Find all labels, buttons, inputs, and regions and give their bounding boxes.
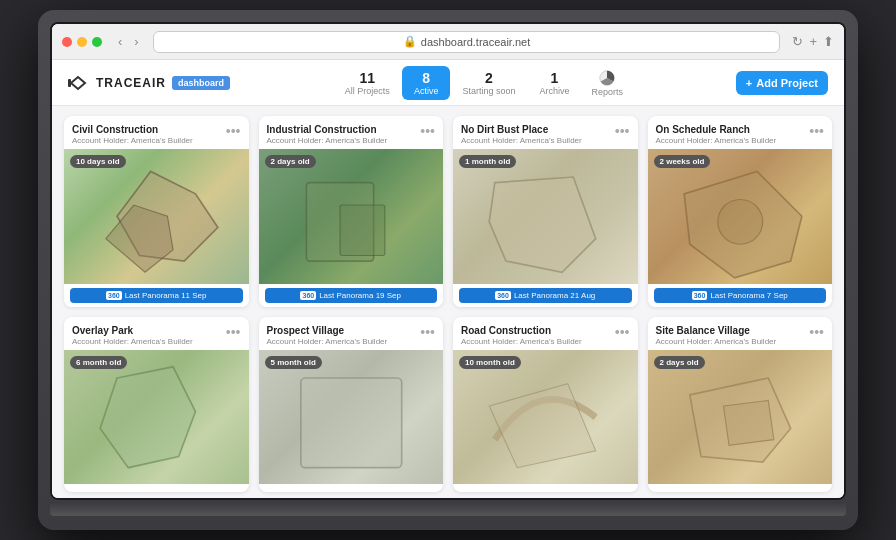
- tab-reports[interactable]: Reports: [581, 65, 633, 101]
- nav-forward-button[interactable]: ›: [130, 32, 142, 51]
- card-header-schedule: On Schedule Ranch Account Holder: Americ…: [648, 116, 833, 149]
- project-card-schedule[interactable]: On Schedule Ranch Account Holder: Americ…: [648, 116, 833, 307]
- tab-active[interactable]: 8 Active: [402, 66, 451, 100]
- share-button[interactable]: ⬆: [823, 34, 834, 49]
- laptop-base: [50, 502, 846, 516]
- card-image-prospect: 5 month old: [259, 350, 444, 485]
- card-age-badge-road: 10 month old: [459, 356, 521, 369]
- tab-starting-soon[interactable]: 2 Starting soon: [450, 66, 527, 100]
- card-title-sitebalance: Site Balance Village: [656, 325, 777, 337]
- card-footer-nodirt: 360 Last Panorama 21 Aug: [453, 284, 638, 307]
- map-svg-nodirt: [453, 149, 638, 284]
- card-footer-empty-overlay: [64, 484, 249, 492]
- card-title-road: Road Construction: [461, 325, 582, 337]
- card-image-schedule: 2 weeks old: [648, 149, 833, 284]
- card-menu-road[interactable]: •••: [615, 325, 630, 339]
- card-menu-nodirt[interactable]: •••: [615, 124, 630, 138]
- card-image-road: 10 month old: [453, 350, 638, 485]
- card-subtitle-road: Account Holder: America's Builder: [461, 337, 582, 346]
- panorama-label-civil: Last Panorama 11 Sep: [125, 291, 207, 300]
- card-menu-civil[interactable]: •••: [226, 124, 241, 138]
- logo-text: TRACEAIR: [96, 76, 166, 90]
- card-age-badge-prospect: 5 month old: [265, 356, 322, 369]
- lock-icon: 🔒: [403, 35, 417, 48]
- panorama-button-nodirt[interactable]: 360 Last Panorama 21 Aug: [459, 288, 632, 303]
- card-title-prospect: Prospect Village: [267, 325, 388, 337]
- card-image-nodirt: 1 month old: [453, 149, 638, 284]
- card-age-badge-sitebalance: 2 days old: [654, 356, 705, 369]
- svg-marker-4: [106, 205, 173, 272]
- new-tab-button[interactable]: +: [809, 34, 817, 49]
- active-count: 8: [422, 70, 430, 86]
- project-card-civil[interactable]: Civil Construction Account Holder: Ameri…: [64, 116, 249, 307]
- url-text: dashboard.traceair.net: [421, 36, 530, 48]
- card-title-civil: Civil Construction: [72, 124, 193, 136]
- project-card-road[interactable]: Road Construction Account Holder: Americ…: [453, 317, 638, 493]
- 360-badge-civil: 360: [106, 291, 122, 300]
- panorama-button-schedule[interactable]: 360 Last Panorama 7 Sep: [654, 288, 827, 303]
- project-card-overlay[interactable]: Overlay Park Account Holder: America's B…: [64, 317, 249, 493]
- 360-badge-nodirt: 360: [495, 291, 511, 300]
- card-header-overlay: Overlay Park Account Holder: America's B…: [64, 317, 249, 350]
- nav-back-button[interactable]: ‹: [114, 32, 126, 51]
- card-title-industrial: Industrial Construction: [267, 124, 388, 136]
- project-card-sitebalance[interactable]: Site Balance Village Account Holder: Ame…: [648, 317, 833, 493]
- card-menu-industrial[interactable]: •••: [420, 124, 435, 138]
- map-svg-overlay: [64, 350, 249, 485]
- app-content: TRACEAIR dashboard 11 All Projects 8 Act…: [52, 60, 844, 500]
- card-menu-overlay[interactable]: •••: [226, 325, 241, 339]
- project-card-prospect[interactable]: Prospect Village Account Holder: America…: [259, 317, 444, 493]
- card-subtitle-overlay: Account Holder: America's Builder: [72, 337, 193, 346]
- traffic-light-green[interactable]: [92, 37, 102, 47]
- svg-marker-12: [489, 383, 595, 467]
- card-image-civil: 10 days old: [64, 149, 249, 284]
- card-age-badge-industrial: 2 days old: [265, 155, 316, 168]
- map-svg-industrial: [259, 149, 444, 284]
- card-header-road: Road Construction Account Holder: Americ…: [453, 317, 638, 350]
- reports-pie-icon: [598, 69, 616, 87]
- add-icon: +: [746, 77, 752, 89]
- card-image-industrial: 2 days old: [259, 149, 444, 284]
- tab-archive[interactable]: 1 Archive: [527, 66, 581, 100]
- card-header-prospect: Prospect Village Account Holder: America…: [259, 317, 444, 350]
- traffic-light-yellow[interactable]: [77, 37, 87, 47]
- card-age-badge-schedule: 2 weeks old: [654, 155, 711, 168]
- browser-nav: ‹ ›: [114, 32, 143, 51]
- card-menu-schedule[interactable]: •••: [809, 124, 824, 138]
- address-bar[interactable]: 🔒 dashboard.traceair.net: [153, 31, 781, 53]
- svg-marker-1: [71, 77, 85, 89]
- map-svg-civil: [64, 149, 249, 284]
- add-project-button[interactable]: + Add Project: [736, 71, 828, 95]
- card-menu-prospect[interactable]: •••: [420, 325, 435, 339]
- panorama-button-civil[interactable]: 360 Last Panorama 11 Sep: [70, 288, 243, 303]
- laptop-screen: ‹ › 🔒 dashboard.traceair.net ↻ + ⬆: [50, 22, 846, 500]
- panorama-label-nodirt: Last Panorama 21 Aug: [514, 291, 595, 300]
- reports-label: Reports: [591, 87, 623, 97]
- card-subtitle-schedule: Account Holder: America's Builder: [656, 136, 777, 145]
- active-label: Active: [414, 86, 439, 96]
- nav-tabs: 11 All Projects 8 Active 2 Starting soon…: [244, 65, 722, 101]
- card-title-schedule: On Schedule Ranch: [656, 124, 777, 136]
- svg-marker-14: [723, 400, 773, 445]
- card-footer-civil: 360 Last Panorama 11 Sep: [64, 284, 249, 307]
- traffic-lights: [62, 37, 102, 47]
- 360-badge-industrial: 360: [300, 291, 316, 300]
- tab-all-projects[interactable]: 11 All Projects: [333, 66, 402, 100]
- reload-button[interactable]: ↻: [792, 34, 803, 49]
- browser-actions: ↻ + ⬆: [792, 34, 834, 49]
- project-card-industrial[interactable]: Industrial Construction Account Holder: …: [259, 116, 444, 307]
- svg-point-9: [717, 199, 762, 244]
- logo-icon: [68, 75, 90, 91]
- card-footer-empty-sitebalance: [648, 484, 833, 492]
- panorama-button-industrial[interactable]: 360 Last Panorama 19 Sep: [265, 288, 438, 303]
- archive-count: 1: [551, 70, 559, 86]
- traffic-light-red[interactable]: [62, 37, 72, 47]
- card-header-industrial: Industrial Construction Account Holder: …: [259, 116, 444, 149]
- dashboard-badge: dashboard: [172, 76, 230, 90]
- card-menu-sitebalance[interactable]: •••: [809, 325, 824, 339]
- card-footer-empty-prospect: [259, 484, 444, 492]
- card-subtitle-nodirt: Account Holder: America's Builder: [461, 136, 582, 145]
- all-projects-count: 11: [360, 70, 376, 86]
- project-card-nodirt[interactable]: No Dirt Bust Place Account Holder: Ameri…: [453, 116, 638, 307]
- card-subtitle-prospect: Account Holder: America's Builder: [267, 337, 388, 346]
